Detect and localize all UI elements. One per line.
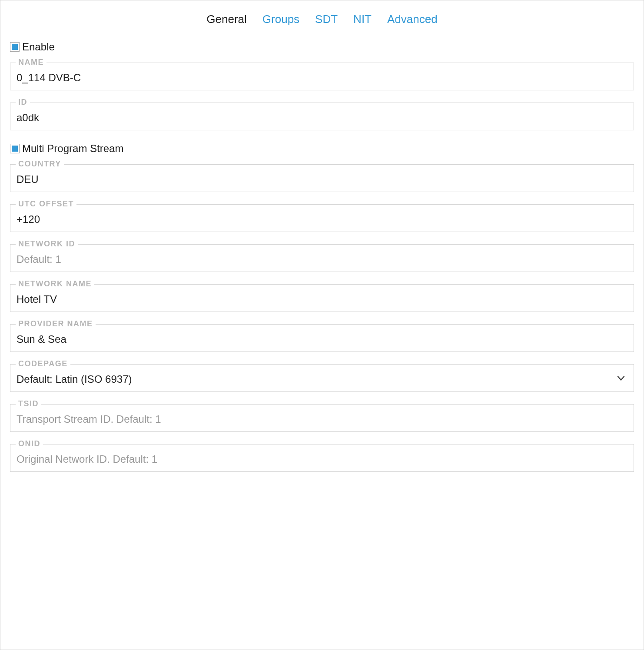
- name-input[interactable]: [10, 63, 634, 90]
- network-name-input[interactable]: [10, 285, 634, 312]
- settings-panel: General Groups SDT NIT Advanced Enable N…: [0, 0, 644, 650]
- id-label: ID: [16, 98, 30, 107]
- tab-groups[interactable]: Groups: [262, 13, 299, 26]
- tab-sdt[interactable]: SDT: [315, 13, 338, 26]
- codepage-select[interactable]: [10, 365, 634, 391]
- id-field: ID: [10, 103, 634, 130]
- utc-offset-input[interactable]: [10, 205, 634, 232]
- network-name-field: NETWORK NAME: [10, 284, 634, 312]
- onid-field: ONID: [10, 444, 634, 472]
- utc-offset-field: UTC OFFSET: [10, 204, 634, 232]
- codepage-label: CODEPAGE: [16, 359, 70, 368]
- country-field: COUNTRY: [10, 164, 634, 192]
- mps-row: Multi Program Stream: [10, 143, 634, 155]
- onid-label: ONID: [16, 439, 43, 448]
- tsid-input[interactable]: [10, 405, 634, 431]
- tsid-field: TSID: [10, 404, 634, 432]
- provider-name-input[interactable]: [10, 325, 634, 352]
- network-id-label: NETWORK ID: [16, 239, 78, 249]
- tab-nit[interactable]: NIT: [353, 13, 372, 26]
- enable-row: Enable: [10, 41, 634, 53]
- name-label: NAME: [16, 58, 46, 67]
- onid-input[interactable]: [10, 444, 634, 471]
- tab-general[interactable]: General: [206, 13, 247, 26]
- enable-checkbox[interactable]: [10, 42, 20, 52]
- id-input[interactable]: [10, 103, 634, 130]
- network-name-label: NETWORK NAME: [16, 279, 94, 289]
- tab-advanced[interactable]: Advanced: [387, 13, 438, 26]
- name-field: NAME: [10, 63, 634, 90]
- mps-label: Multi Program Stream: [22, 143, 123, 155]
- utc-offset-label: UTC OFFSET: [16, 199, 76, 209]
- mps-checkbox[interactable]: [10, 144, 20, 153]
- network-id-input[interactable]: [10, 245, 634, 272]
- codepage-field: CODEPAGE: [10, 364, 634, 392]
- tab-bar: General Groups SDT NIT Advanced: [10, 13, 634, 26]
- enable-label: Enable: [22, 41, 55, 53]
- provider-name-field: PROVIDER NAME: [10, 324, 634, 352]
- country-label: COUNTRY: [16, 159, 64, 169]
- country-input[interactable]: [10, 165, 634, 192]
- tsid-label: TSID: [16, 399, 41, 408]
- provider-name-label: PROVIDER NAME: [16, 319, 96, 328]
- network-id-field: NETWORK ID: [10, 244, 634, 272]
